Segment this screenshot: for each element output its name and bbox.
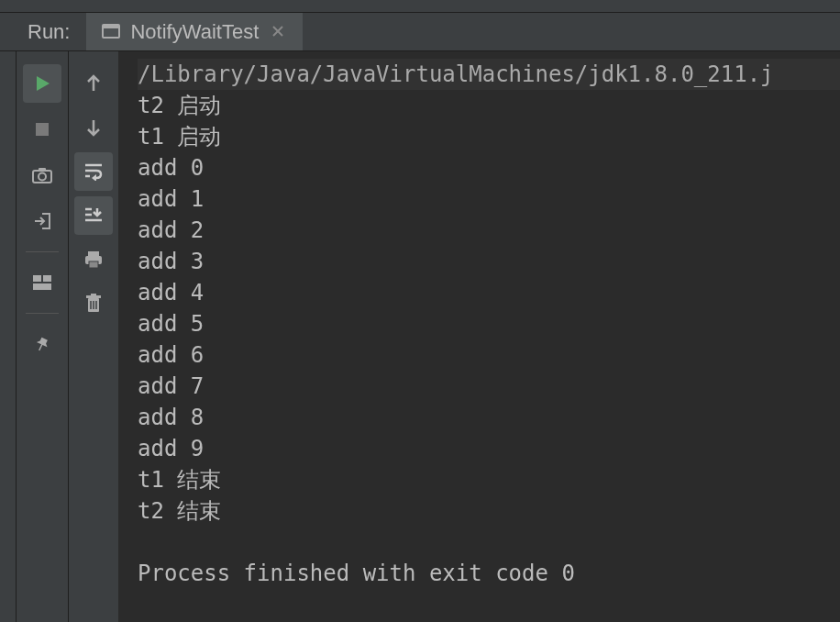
console-output-line: add 1 [138,183,840,215]
svg-rect-7 [39,168,46,172]
main-area: /Library/Java/JavaVirtualMachines/jdk1.8… [0,51,840,622]
tab-bar: Run: NotifyWaitTest [0,13,840,51]
console-output-line: add 4 [138,277,840,308]
console-output-line: add 8 [138,402,840,433]
svg-rect-24 [91,294,96,296]
console-output-line: t2 启动 [138,90,840,121]
close-tab-icon[interactable] [268,22,288,41]
run-label: Run: [0,20,86,44]
svg-point-8 [39,173,46,181]
svg-rect-11 [33,283,51,290]
pin-icon[interactable] [23,325,61,363]
down-arrow-icon[interactable] [74,108,113,147]
console-output-line: add 5 [138,308,840,339]
svg-rect-9 [33,275,41,282]
soft-wrap-icon[interactable] [74,152,113,191]
console-output-line: add 2 [138,215,840,246]
console-output-line: t1 启动 [138,121,840,152]
camera-icon[interactable] [23,156,61,194]
run-tab[interactable]: NotifyWaitTest [86,13,303,50]
console-output-line: add 3 [138,246,840,277]
console-output-line: t2 结束 [138,495,840,527]
run-toolbar-secondary [69,51,119,622]
stop-button[interactable] [23,110,61,149]
edge-tool-strip [0,51,17,622]
console-blank-line [138,527,840,558]
console-output[interactable]: /Library/Java/JavaVirtualMachines/jdk1.8… [119,51,840,622]
layout-icon[interactable] [23,263,61,302]
console-command-line: /Library/Java/JavaVirtualMachines/jdk1.8… [138,59,840,90]
print-icon[interactable] [74,240,113,279]
console-output-line: add 7 [138,371,840,402]
window-top-bar [0,0,840,13]
console-output-line: add 6 [138,339,840,371]
console-exit-line: Process finished with exit code 0 [138,558,840,589]
up-arrow-icon[interactable] [74,64,113,103]
console-output-line: add 9 [138,433,840,464]
console-output-line: add 0 [138,152,840,183]
trash-icon[interactable] [74,284,113,323]
svg-marker-4 [37,76,50,91]
exit-icon[interactable] [23,202,61,240]
svg-rect-5 [36,123,49,136]
toolbar-divider [26,313,59,314]
run-toolbar-primary [17,51,69,622]
tab-title: NotifyWaitTest [130,20,259,44]
svg-rect-19 [88,251,99,256]
svg-marker-14 [92,174,96,181]
toolbar-divider [26,251,59,252]
svg-rect-21 [89,261,98,268]
svg-rect-10 [43,275,51,282]
console-output-line: t1 结束 [138,464,840,495]
scroll-to-end-icon[interactable] [74,196,113,235]
application-icon [101,22,121,42]
rerun-button[interactable] [23,64,61,103]
svg-rect-1 [103,25,119,28]
